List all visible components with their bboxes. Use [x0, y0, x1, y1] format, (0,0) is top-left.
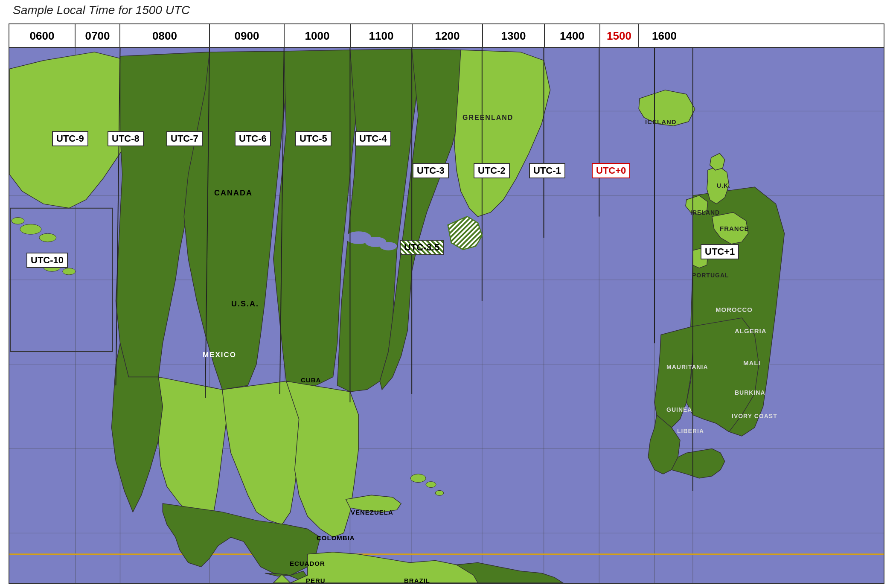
utc-label-5: UTC-5 — [295, 131, 332, 146]
utc-label-9: UTC-9 — [52, 131, 88, 146]
svg-point-25 — [380, 242, 397, 250]
svg-point-27 — [426, 482, 436, 488]
utc-label-2: UTC-2 — [474, 163, 510, 178]
map-content: UTC-10 UTC-9 UTC-8 UTC-7 UTC-6 UTC-5 — [9, 48, 884, 583]
svg-point-22 — [12, 218, 24, 224]
utc-label-35: UTC-3.5 — [400, 240, 444, 255]
time-1100: 1100 — [351, 24, 413, 48]
time-1200: 1200 — [413, 24, 483, 48]
svg-point-26 — [410, 474, 426, 483]
utc-label-7: UTC-7 — [166, 131, 203, 146]
time-1000: 1000 — [285, 24, 351, 48]
time-1400: 1400 — [545, 24, 600, 48]
svg-point-21 — [39, 233, 56, 242]
utc-label-1: UTC-1 — [529, 163, 565, 178]
time-0600: 0600 — [9, 24, 76, 48]
utc-label-8: UTC-8 — [108, 131, 144, 146]
svg-point-28 — [435, 490, 444, 495]
time-1600: 1600 — [639, 24, 690, 48]
map-area: 0600 0700 0800 0900 1000 1100 1200 1300 … — [9, 23, 884, 584]
svg-point-41 — [63, 268, 76, 275]
time-0900: 0900 — [210, 24, 285, 48]
time-header: 0600 0700 0800 0900 1000 1100 1200 1300 … — [9, 24, 884, 48]
time-1500: 1500 — [600, 24, 639, 48]
time-0700: 0700 — [76, 24, 120, 48]
utc-label-6: UTC-6 — [235, 131, 271, 146]
map-svg — [9, 48, 884, 583]
time-1300: 1300 — [483, 24, 545, 48]
svg-point-20 — [20, 224, 41, 234]
utc-label-0: UTC+0 — [592, 163, 630, 178]
utc-label-plus1: UTC+1 — [701, 244, 739, 259]
page-container: Sample Local Time for 1500 UTC 0600 0700… — [0, 0, 893, 588]
utc-label-3: UTC-3 — [413, 163, 449, 178]
time-0800: 0800 — [120, 24, 210, 48]
page-title: Sample Local Time for 1500 UTC — [13, 3, 190, 17]
utc-label-4: UTC-4 — [355, 131, 391, 146]
utc-label-10: UTC-10 — [26, 253, 68, 268]
